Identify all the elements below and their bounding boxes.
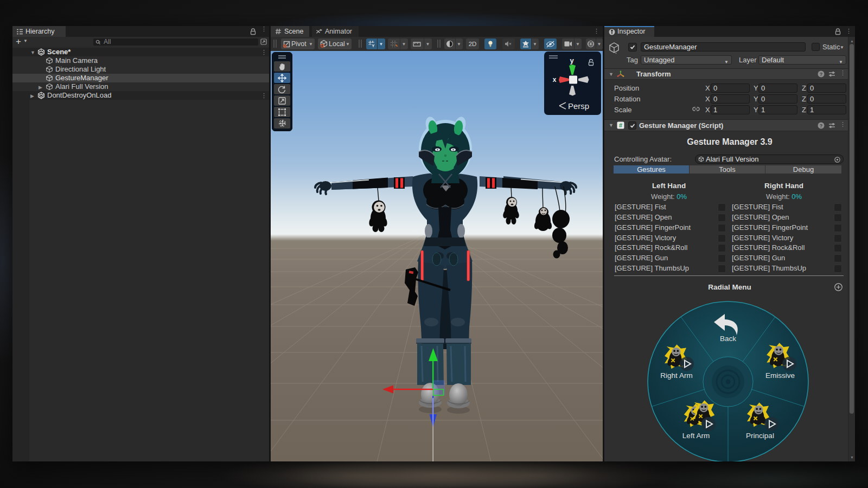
svg-text:Emissive: Emissive: [765, 371, 795, 380]
svg-text:Back: Back: [720, 335, 736, 343]
svg-text:#: #: [619, 122, 622, 129]
svg-text:Persp: Persp: [568, 101, 589, 111]
svg-text:?: ?: [820, 72, 823, 77]
svg-text:y: y: [570, 56, 574, 65]
svg-text:?: ?: [820, 123, 823, 129]
svg-text:Left Arm: Left Arm: [682, 432, 710, 440]
svg-text:x: x: [553, 76, 557, 84]
svg-text:Right Arm: Right Arm: [660, 371, 692, 380]
svg-text:Principal: Principal: [746, 432, 774, 440]
